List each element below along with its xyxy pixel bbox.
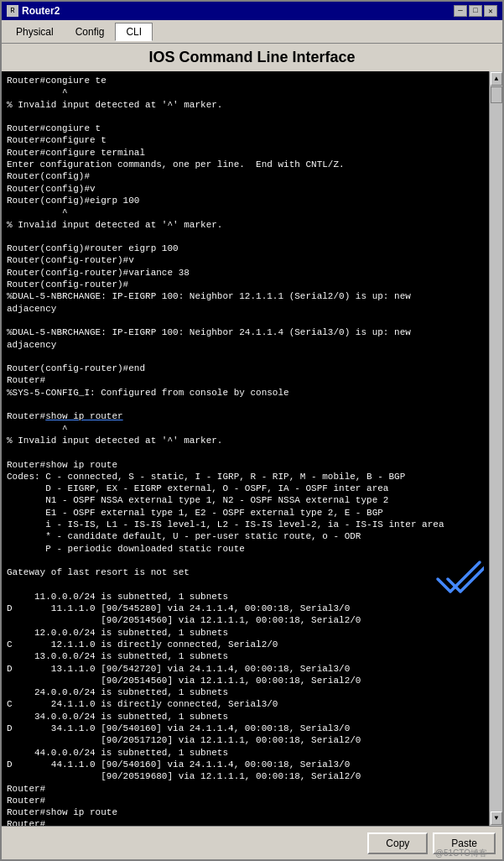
minimize-button[interactable]: ─ [454, 5, 467, 17]
scrollbar[interactable]: ▲ ▼ [489, 71, 502, 826]
tab-cli[interactable]: CLI [115, 23, 153, 41]
scrollbar-thumb[interactable] [491, 86, 502, 103]
maximize-button[interactable]: □ [469, 5, 482, 17]
window-icon: R [7, 5, 18, 17]
close-button[interactable]: ✕ [484, 5, 497, 17]
bottom-bar: Copy Paste @51CTO博客 [2, 826, 502, 859]
cli-area[interactable]: Router#congiure te ^ % Invalid input det… [2, 71, 502, 826]
tab-physical[interactable]: Physical [5, 23, 65, 41]
watermark: @51CTO博客 [435, 848, 487, 859]
title-bar-left: R Router2 [7, 5, 60, 17]
window-title: Router2 [22, 5, 60, 17]
copy-button[interactable]: Copy [367, 832, 428, 854]
title-bar: R Router2 ─ □ ✕ [2, 2, 502, 20]
page-title: IOS Command Line Interface [2, 44, 502, 71]
cli-output: Router#congiure te ^ % Invalid input det… [7, 75, 497, 826]
tab-config[interactable]: Config [65, 23, 116, 41]
title-controls: ─ □ ✕ [454, 5, 497, 17]
main-window: R Router2 ─ □ ✕ Physical Config CLI IOS … [0, 0, 504, 861]
menu-bar: Physical Config CLI [2, 20, 502, 44]
